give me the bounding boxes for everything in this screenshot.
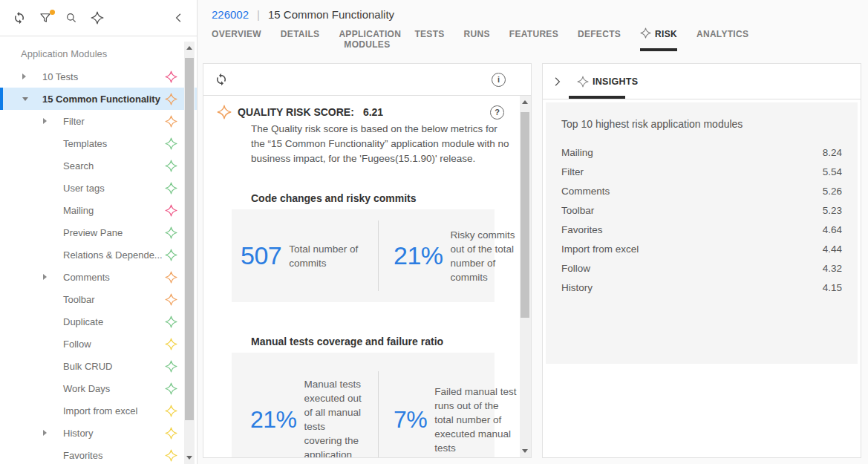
list-item[interactable]: Follow4.32 <box>546 258 858 278</box>
tree-item-follow[interactable]: Follow <box>0 333 197 355</box>
tab-runs[interactable]: RUNS <box>464 29 490 51</box>
risk-panel-toolbar: i <box>203 64 531 96</box>
risk-spark-icon <box>165 249 177 261</box>
scrollbar-thumb[interactable] <box>521 112 529 318</box>
stat-card-code-changes: 507 Total number of commits 21% Risky co… <box>232 209 495 302</box>
tab-insights[interactable]: INSIGHTS <box>593 76 638 87</box>
active-tab-underline <box>569 96 625 99</box>
expander-icon[interactable] <box>43 118 47 124</box>
tree-item-user-tags[interactable]: User tags <box>0 177 197 199</box>
card-title: Top 10 highest risk application modules <box>546 118 858 130</box>
list-item[interactable]: Import from excel4.44 <box>546 239 858 258</box>
risk-spark-icon <box>165 115 177 128</box>
score-description: The Quality risk score is based on the b… <box>251 122 512 166</box>
search-icon[interactable] <box>64 10 79 25</box>
insights-header: INSIGHTS <box>543 64 861 99</box>
risk-spark-icon <box>165 271 177 284</box>
expander-icon[interactable] <box>43 430 47 436</box>
scrollbar-thumb[interactable] <box>185 58 194 420</box>
sidebar-scrollbar[interactable] <box>184 42 195 464</box>
risk-spark-icon <box>217 105 232 120</box>
scroll-down-icon[interactable] <box>186 456 192 460</box>
spark-icon[interactable] <box>90 10 105 25</box>
risk-spark-icon <box>165 71 177 83</box>
tree-item-10-tests[interactable]: 10 Tests <box>0 65 197 88</box>
list-item[interactable]: History4.15 <box>546 278 858 297</box>
tree-item-import-from-excel[interactable]: Import from excel <box>0 399 197 422</box>
tab-risk[interactable]: RISK <box>640 29 677 51</box>
tree-item-favorites[interactable]: Favorites <box>0 444 197 464</box>
quality-risk-score-row: QUALITY RISK SCORE: 6.21 ? <box>217 105 504 120</box>
list-item[interactable]: Toolbar5.23 <box>546 200 858 220</box>
entity-header: 226002 | 15 Common Functionality <box>198 0 868 21</box>
list-item[interactable]: Favorites4.64 <box>546 220 858 239</box>
tree-item-preview-pane[interactable]: Preview Pane <box>0 221 197 244</box>
tree-item-duplicate[interactable]: Duplicate <box>0 310 197 333</box>
expander-icon[interactable] <box>43 274 47 280</box>
tree-item-15-common-functionality[interactable]: 15 Common Functionality <box>0 88 197 110</box>
tree-item-comments[interactable]: Comments <box>0 266 197 288</box>
top-risk-modules-card: Top 10 highest risk application modules … <box>546 102 858 364</box>
scroll-up-icon[interactable] <box>186 46 192 50</box>
panels: i QUALITY RISK SCORE: 6.21 ? The Quality… <box>203 63 861 458</box>
expander-icon[interactable] <box>22 97 28 101</box>
tree-title: Application Modules <box>0 43 197 65</box>
tree-item-relations-dependencies[interactable]: Relations & Depende... <box>0 244 197 266</box>
info-icon[interactable]: i <box>492 73 506 87</box>
expander-icon[interactable] <box>22 73 26 79</box>
main-area: 226002 | 15 Common Functionality OVERVIE… <box>198 0 868 464</box>
scroll-down-icon[interactable] <box>522 449 528 453</box>
stat-value: 21% <box>250 406 297 434</box>
list-item[interactable]: Mailing8.24 <box>546 143 858 162</box>
tree-item-filter[interactable]: Filter <box>0 110 197 132</box>
tab-overview[interactable]: OVERVIEW <box>212 29 261 51</box>
risk-spark-icon <box>165 93 177 105</box>
tree-item-bulk-crud[interactable]: Bulk CRUD <box>0 355 197 377</box>
score-label: QUALITY RISK SCORE: <box>238 106 354 118</box>
tree-item-templates[interactable]: Templates <box>0 132 197 154</box>
refresh-icon[interactable] <box>214 72 229 87</box>
risk-spark-icon <box>165 137 177 150</box>
risk-spark-icon <box>165 293 177 306</box>
page-title: 15 Common Functionality <box>268 8 394 21</box>
list-item[interactable]: Filter5.54 <box>546 162 858 181</box>
refresh-icon[interactable] <box>12 10 27 25</box>
help-icon[interactable]: ? <box>490 105 504 120</box>
risk-spark-icon <box>165 405 177 417</box>
tab-analytics[interactable]: ANALYTICS <box>696 29 748 51</box>
tab-details[interactable]: DETAILS <box>281 29 320 51</box>
tree-item-history[interactable]: History <box>0 422 197 444</box>
section-title-manual-tests: Manual tests coverage and failure ratio <box>251 336 504 347</box>
list-item[interactable]: Comments5.26 <box>546 181 858 200</box>
spark-icon <box>577 76 589 88</box>
collapse-sidebar-icon[interactable] <box>172 10 186 25</box>
stat-value: 7% <box>394 406 427 434</box>
collapse-insights-icon[interactable] <box>550 75 564 88</box>
tree-item-search[interactable]: Search <box>0 154 197 177</box>
risk-spark-icon <box>165 360 177 373</box>
tab-tests[interactable]: TESTS <box>414 29 444 51</box>
risk-panel-scrollbar[interactable] <box>520 96 531 457</box>
risk-spark-icon <box>165 449 177 462</box>
insights-panel: INSIGHTS Top 10 highest risk application… <box>542 63 861 458</box>
stat-total-commits: 507 Total number of commits <box>232 241 378 270</box>
sidebar-toolbar <box>0 0 197 36</box>
tab-defects[interactable]: DEFECTS <box>578 29 621 51</box>
tree-item-mailing[interactable]: Mailing <box>0 199 197 221</box>
application-modules-tree: Application Modules 10 Tests 15 Common F… <box>0 37 197 464</box>
risk-spark-icon <box>165 226 177 239</box>
tab-features[interactable]: FEATURES <box>509 29 558 51</box>
stat-label: Risky commits out of the total number of… <box>451 228 516 284</box>
tree-item-toolbar[interactable]: Toolbar <box>0 288 197 310</box>
risk-spark-icon <box>165 382 177 395</box>
risk-spark-icon <box>165 182 177 195</box>
scroll-up-icon[interactable] <box>522 100 528 104</box>
entity-id-link[interactable]: 226002 <box>212 8 249 21</box>
stat-risky-commits: 21% Risky commits out of the total numbe… <box>379 228 516 284</box>
tab-application-modules[interactable]: APPLICATION MODULES <box>339 29 395 51</box>
tree-item-work-days[interactable]: Work Days <box>0 377 197 399</box>
filter-icon[interactable] <box>38 10 53 25</box>
risk-spark-icon <box>165 204 177 217</box>
risk-spark-icon <box>165 160 177 172</box>
risk-panel: i QUALITY RISK SCORE: 6.21 ? The Quality… <box>203 63 532 458</box>
